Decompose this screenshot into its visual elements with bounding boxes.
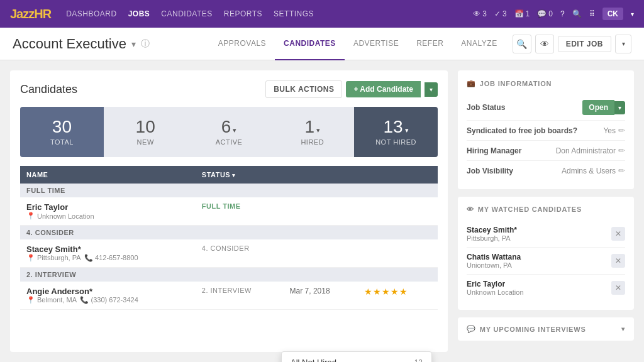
stat-total-number: 30	[52, 118, 72, 136]
page-title: Account Executive ▾ ⓘ	[13, 36, 150, 52]
subnav-eye-button[interactable]: 👁	[535, 35, 554, 53]
dropdown-label-all: All Not Hired	[291, 358, 336, 362]
not-hired-arrow: ▾	[405, 126, 409, 134]
stat-hired-number: 1▾	[305, 118, 321, 136]
table-row[interactable]: Eric Taylor 📍Unknown Location Full Time	[20, 197, 438, 226]
add-candidate-button[interactable]: + Add Candidate	[346, 81, 421, 97]
nav-jobs[interactable]: Jobs	[128, 9, 150, 18]
job-status-open-button[interactable]: Open	[582, 100, 614, 115]
candidate-date-cell-2	[284, 239, 358, 268]
help-icon[interactable]: ?	[560, 9, 565, 18]
remove-watched-1[interactable]: ✕	[611, 254, 625, 268]
hiring-manager-label: Hiring Manager	[467, 146, 521, 155]
job-info-card: 💼 Job Information Job Status Open ▾ Synd…	[458, 70, 634, 189]
check-icon: ✓	[494, 9, 501, 18]
tab-candidates[interactable]: Candidates	[275, 28, 345, 60]
edit-job-button[interactable]: Edit Job	[558, 36, 611, 52]
syndicated-value: Yes	[603, 126, 616, 135]
right-panel: 💼 Job Information Job Status Open ▾ Synd…	[458, 70, 634, 352]
syndicated-edit-icon[interactable]: ✏	[618, 126, 625, 135]
job-info-title-text: Job Information	[480, 80, 552, 87]
nav-candidates[interactable]: Candidates	[161, 9, 212, 18]
edit-job-dropdown[interactable]: ▾	[615, 35, 631, 53]
watched-location-1: Uniontown, PA	[467, 261, 521, 269]
eye-badge[interactable]: 👁3	[473, 9, 487, 18]
candidate-stars-cell-2	[358, 239, 438, 268]
table-row[interactable]: Angie Anderson* 📍Belmont, MA 📞 (330) 672…	[20, 282, 438, 310]
bulk-actions-button[interactable]: Bulk Actions	[265, 80, 342, 98]
add-candidate-dropdown[interactable]: ▾	[425, 82, 438, 97]
remove-watched-2[interactable]: ✕	[611, 281, 625, 295]
job-visibility-edit-icon[interactable]: ✏	[618, 166, 625, 175]
tab-approvals[interactable]: Approvals	[209, 28, 275, 60]
nav-settings[interactable]: Settings	[274, 9, 314, 18]
chat-badge[interactable]: 💬0	[537, 9, 553, 18]
syndicated-row: Syndicated to free job boards? Yes ✏	[467, 121, 625, 141]
candidate-name-cell-2: Stacey Smith* 📍Pittsburgh, PA 📞 412-657-…	[20, 239, 196, 268]
group-interview: 2. Interview	[20, 268, 438, 282]
title-info-icon[interactable]: ⓘ	[141, 38, 150, 50]
stat-not-hired[interactable]: 13▾ Not Hired	[354, 107, 438, 157]
col-name: Name	[20, 166, 196, 184]
remove-watched-0[interactable]: ✕	[611, 227, 625, 241]
upcoming-interviews-card[interactable]: 💬 My Upcoming Interviews ▾	[458, 317, 634, 341]
nav-reports[interactable]: Reports	[224, 9, 262, 18]
nav-dashboard[interactable]: Dashboard	[66, 9, 117, 18]
job-status-control: Open ▾	[582, 100, 625, 115]
job-status-row: Job Status Open ▾	[467, 95, 625, 121]
subnav-actions: 🔍 👁 Edit Job ▾	[513, 35, 631, 53]
tab-advertise[interactable]: Advertise	[345, 28, 408, 60]
eye-count: 3	[482, 9, 487, 18]
syndicated-value-group: Yes ✏	[603, 126, 625, 135]
eye-watched-icon: 👁	[467, 206, 474, 213]
stat-active-number: 6▾	[221, 118, 237, 136]
calendar-badge[interactable]: 📅1	[514, 9, 530, 18]
hiring-manager-row: Hiring Manager Don Administrator ✏	[467, 141, 625, 161]
subnav-search-button[interactable]: 🔍	[513, 35, 531, 53]
dropdown-item-all[interactable]: All Not Hired 13	[282, 352, 431, 362]
upcoming-chevron: ▾	[621, 326, 625, 332]
topnav-icons: 👁3 ✓3 📅1 💬0 ? 🔍 ⠿ CK ▾	[473, 8, 634, 20]
hiring-manager-edit-icon[interactable]: ✏	[618, 146, 625, 155]
user-avatar[interactable]: CK	[602, 8, 623, 20]
nav-links: Dashboard Jobs Candidates Reports Settin…	[66, 9, 473, 18]
watched-item-0: Stacey Smith* Pittsburgh, PA ✕	[467, 221, 625, 248]
candidate-location-2: 📍Pittsburgh, PA 📞 412-657-8800	[26, 254, 189, 262]
title-dropdown-arrow[interactable]: ▾	[131, 39, 136, 49]
watched-location-2: Unknown Location	[467, 288, 524, 296]
table-row[interactable]: Stacey Smith* 📍Pittsburgh, PA 📞 412-657-…	[20, 239, 438, 268]
stat-hired[interactable]: 1▾ Hired	[270, 107, 354, 157]
job-visibility-label: Job Visibility	[467, 167, 513, 175]
chat-count: 0	[548, 9, 553, 18]
stat-new[interactable]: 10 New	[104, 107, 187, 157]
group-full-time: Full Time	[20, 184, 438, 197]
watched-item-1: Chatis Wattana Uniontown, PA ✕	[467, 248, 625, 275]
stat-not-hired-label: Not Hired	[375, 138, 416, 146]
tab-analyze[interactable]: Analyze	[452, 28, 506, 60]
stat-active[interactable]: 6▾ Active	[187, 107, 271, 157]
hired-arrow: ▾	[316, 126, 320, 134]
group-label: Full Time	[20, 184, 438, 197]
watched-candidates-card: 👁 My Watched Candidates Stacey Smith* Pi…	[458, 197, 634, 310]
stat-total[interactable]: 30 Total	[20, 107, 104, 157]
search-icon[interactable]: 🔍	[572, 9, 582, 18]
user-dropdown-arrow[interactable]: ▾	[631, 11, 634, 18]
syndicated-label: Syndicated to free job boards?	[467, 126, 577, 135]
check-badge[interactable]: ✓3	[494, 9, 507, 18]
candidate-stage-cell-3: 2. Interview	[196, 282, 284, 310]
watched-title: 👁 My Watched Candidates	[467, 206, 625, 213]
grid-icon[interactable]: ⠿	[589, 9, 595, 18]
calendar-icon: 📅	[514, 9, 524, 18]
not-hired-dropdown: All Not Hired 13 Not Enough Experience 7…	[281, 351, 432, 362]
candidate-name-cell: Eric Taylor 📍Unknown Location	[20, 197, 196, 226]
job-status-dropdown[interactable]: ▾	[614, 101, 625, 114]
group-label-consider: 4. Consider	[20, 226, 438, 240]
logo[interactable]: JazzHR	[10, 7, 51, 21]
candidate-stage-cell: Full Time	[196, 197, 284, 226]
location-icon: 📍	[26, 212, 35, 220]
group-consider: 4. Consider	[20, 226, 438, 240]
col-status[interactable]: Status▾	[196, 166, 284, 184]
calendar-count: 1	[526, 9, 530, 18]
logo-jazz: Jazz	[10, 7, 34, 21]
tab-refer[interactable]: Refer	[408, 28, 452, 60]
